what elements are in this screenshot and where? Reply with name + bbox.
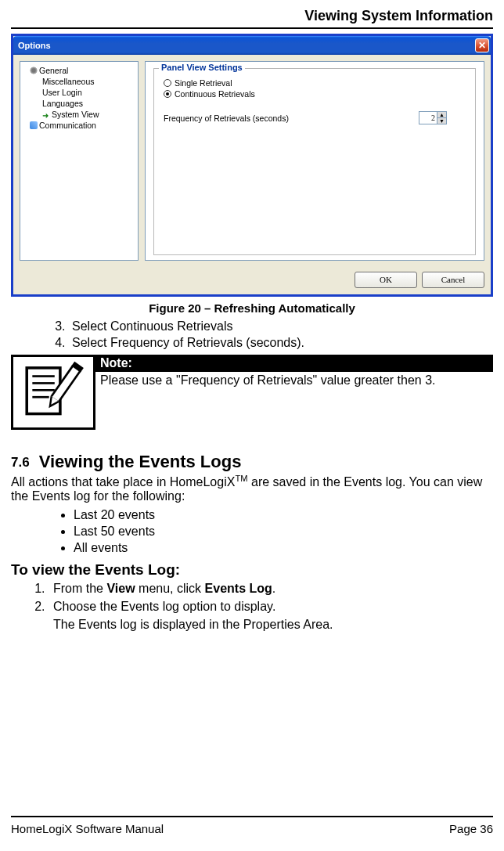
footer-right: Page 36	[449, 822, 493, 835]
list-item: From the View menu, click Events Log.	[49, 582, 493, 596]
radio-icon	[164, 90, 171, 98]
list-item: Select Frequency of Retrievals (seconds)…	[69, 336, 493, 350]
tree-item[interactable]: General	[22, 65, 136, 76]
list-item: All events	[74, 541, 493, 555]
radio-label: Continuous Retrievals	[175, 89, 255, 99]
note-pencil-icon	[11, 355, 95, 430]
section-heading: 7.6Viewing the Events Logs	[11, 452, 493, 472]
frequency-input[interactable]	[419, 112, 437, 124]
step-followup: The Events log is displayed in the Prope…	[53, 618, 493, 632]
cancel-button[interactable]: Cancel	[422, 272, 484, 288]
settings-panel: Panel View Settings Single Retrieval Con…	[145, 61, 484, 261]
tree-item-label: System View	[52, 110, 99, 119]
section-title: Viewing the Events Logs	[39, 452, 242, 471]
frequency-spinner[interactable]: ▲ ▼	[419, 111, 447, 124]
step-list: Select Continuous Retrievals Select Freq…	[11, 319, 493, 350]
tree-item[interactable]: Communication	[22, 120, 136, 131]
step-list-2: From the View menu, click Events Log. Ch…	[11, 582, 493, 632]
frequency-label: Frequency of Retrievals (seconds)	[164, 114, 289, 123]
page-header: Viewing System Information	[11, 8, 493, 29]
tree-item[interactable]: System View	[22, 109, 136, 120]
window-title: Options	[18, 41, 475, 50]
tree-item[interactable]: User Login	[22, 87, 136, 98]
list-item: Last 20 events	[74, 508, 493, 522]
figure-caption: Figure 20 – Refreshing Automatically	[11, 301, 493, 315]
note-header: Note:	[95, 355, 493, 372]
radio-icon	[164, 79, 171, 87]
list-item: Last 50 events	[74, 525, 493, 539]
tree-item-label: User Login	[42, 88, 82, 97]
radio-continuous-retrievals[interactable]: Continuous Retrievals	[164, 89, 466, 99]
note-body: Please use a "Frequency of Retrievals" v…	[95, 372, 493, 388]
options-dialog: Options ✕ General Miscellaneous User Log…	[11, 34, 493, 297]
tree-item-label: Miscellaneous	[42, 77, 95, 86]
list-item: Choose the Events log option to display.…	[49, 600, 493, 632]
radio-label: Single Retrieval	[175, 78, 232, 88]
bullet-list: Last 20 events Last 50 events All events	[11, 508, 493, 555]
subheading: To view the Events Log:	[11, 561, 493, 579]
close-icon[interactable]: ✕	[475, 38, 489, 52]
gear-icon	[30, 67, 38, 74]
radio-single-retrieval[interactable]: Single Retrieval	[164, 78, 466, 88]
titlebar: Options ✕	[13, 36, 491, 55]
page-footer: HomeLogiX Software Manual Page 36	[11, 816, 493, 835]
fieldset-legend: Panel View Settings	[159, 63, 245, 72]
tree-item-label: Communication	[39, 121, 96, 130]
tree-item[interactable]: Miscellaneous	[22, 76, 136, 87]
tree-item-label: General	[39, 66, 68, 75]
arrow-right-icon	[42, 110, 50, 118]
spin-down-icon[interactable]: ▼	[437, 118, 446, 124]
tree-item-label: Languages	[42, 99, 83, 108]
section-intro: All actions that take place in HomeLogiX…	[11, 474, 493, 503]
note-box: Note: Please use a "Frequency of Retriev…	[11, 355, 493, 430]
spin-up-icon[interactable]: ▲	[437, 112, 446, 118]
tree-item[interactable]: Languages	[22, 98, 136, 109]
list-item: Select Continuous Retrievals	[69, 319, 493, 334]
communication-icon	[30, 121, 38, 129]
ok-button[interactable]: OK	[355, 272, 417, 288]
nav-tree[interactable]: General Miscellaneous User Login Languag…	[20, 61, 139, 261]
footer-left: HomeLogiX Software Manual	[11, 822, 164, 835]
section-number: 7.6	[11, 455, 30, 470]
